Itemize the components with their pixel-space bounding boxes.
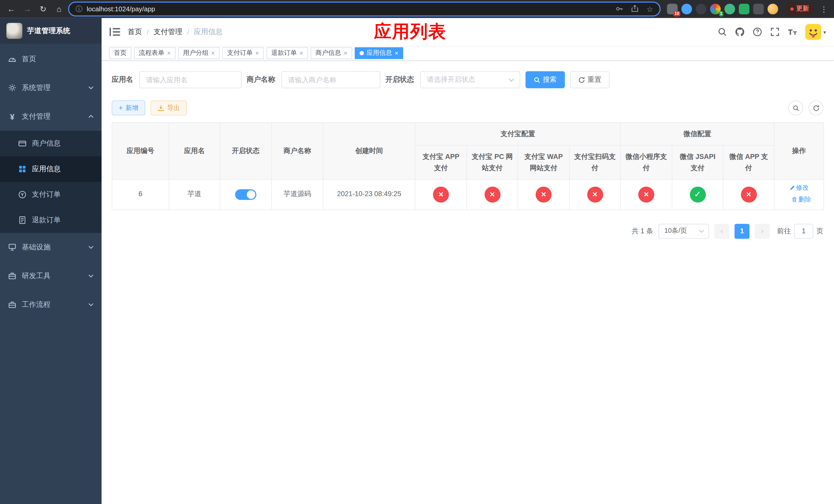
tab-merchant-info[interactable]: 商户信息× — [311, 47, 352, 59]
tab-refund-order[interactable]: 退款订单× — [266, 47, 308, 59]
extension-icon-6[interactable] — [739, 3, 749, 14]
chevron-down-icon — [88, 274, 94, 277]
browser-menu-icon[interactable]: ⋮ — [818, 5, 830, 13]
page-number-button[interactable]: 1 — [734, 224, 749, 239]
chevron-down-icon — [508, 78, 514, 82]
extension-icon-4[interactable]: 1 — [710, 3, 721, 14]
cell-app-name: 芋道 — [169, 180, 220, 210]
tab-app-info[interactable]: 应用信息× — [355, 47, 403, 59]
refresh-table-button[interactable] — [808, 100, 823, 115]
sidebar-item-system[interactable]: 系统管理 — [0, 73, 102, 102]
search-button[interactable]: 搜索 — [525, 71, 565, 88]
cell-status — [220, 180, 271, 210]
chevron-down-icon — [88, 303, 94, 306]
font-size-icon[interactable] — [788, 27, 797, 37]
goto-unit: 页 — [816, 226, 824, 236]
browser-update-button[interactable]: 更新 — [785, 2, 814, 15]
search-icon — [792, 105, 799, 112]
search-icon[interactable] — [718, 27, 727, 37]
add-button[interactable]: + 新增 — [112, 100, 146, 115]
tab-close-icon[interactable]: × — [211, 50, 215, 56]
edit-link[interactable]: 修改 — [789, 183, 809, 193]
tab-close-icon[interactable]: × — [256, 50, 259, 56]
app-logo — [6, 23, 22, 39]
tab-close-icon[interactable]: × — [300, 50, 303, 56]
breadcrumb-payment[interactable]: 支付管理 — [154, 27, 182, 37]
status-toggle[interactable] — [235, 189, 257, 200]
toggle-search-button[interactable] — [788, 100, 803, 115]
prev-page-button[interactable]: ‹ — [714, 224, 729, 239]
dashboard-icon — [8, 55, 16, 63]
delete-link[interactable]: 删除 — [791, 194, 811, 205]
user-menu[interactable]: ▾ — [805, 24, 826, 40]
sidebar-item-merchant-info[interactable]: 商户信息 — [0, 131, 102, 156]
alipay-pc-status-icon: × — [484, 187, 500, 203]
status-select[interactable]: 请选择开启状态 — [420, 71, 520, 88]
sidebar-menu: 首页 系统管理 ¥ 支付管理 商户信息 — [0, 44, 102, 319]
tab-pay-order[interactable]: 支付订单× — [222, 47, 264, 59]
page-size-select[interactable]: 10条/页 — [659, 224, 709, 239]
col-merchant-name: 商户名称 — [271, 122, 323, 180]
alipay-wap-status-icon: × — [536, 187, 552, 203]
sidebar-item-payment[interactable]: ¥ 支付管理 — [0, 102, 102, 131]
password-key-icon[interactable] — [616, 5, 624, 13]
sidebar-item-pay-order[interactable]: 支付订单 — [0, 182, 102, 207]
chevron-down-icon — [88, 246, 94, 249]
browser-profile-avatar[interactable] — [768, 3, 778, 14]
refund-order-icon — [18, 216, 27, 224]
share-icon[interactable] — [631, 5, 639, 13]
extension-icon-5[interactable] — [724, 3, 735, 14]
table-toolbar: + 新增 导出 — [112, 100, 824, 115]
extension-badge: 1 — [719, 11, 723, 17]
edit-pencil-icon — [789, 185, 795, 191]
sidebar-item-workflow[interactable]: 工作流程 — [0, 290, 102, 319]
extension-icon-3[interactable] — [696, 3, 706, 14]
bookmark-star-icon[interactable]: ☆ — [646, 5, 653, 13]
chevron-down-icon — [699, 230, 704, 233]
sidebar-item-dev-tools[interactable]: 研发工具 — [0, 261, 102, 290]
tab-close-icon[interactable]: × — [167, 50, 171, 56]
sidebar-item-app-info[interactable]: 应用信息 — [0, 156, 102, 182]
browser-home-icon[interactable]: ⌂ — [52, 2, 66, 16]
tab-process-form[interactable]: 流程表单× — [134, 47, 176, 59]
sidebar-item-infrastructure[interactable]: 基础设施 — [0, 233, 102, 261]
github-icon[interactable] — [735, 27, 745, 37]
payment-submenu: 商户信息 应用信息 支付订单 退款订单 — [0, 131, 102, 233]
col-alipay-scan: 支付宝扫码支付 — [569, 145, 620, 180]
grid-icon — [18, 165, 27, 173]
col-actions: 操作 — [774, 122, 824, 180]
next-page-button[interactable]: › — [755, 224, 770, 239]
tab-user-group[interactable]: 用户分组× — [178, 47, 220, 59]
breadcrumb-home[interactable]: 首页 — [128, 27, 142, 37]
browser-forward-icon[interactable]: → — [20, 2, 34, 16]
active-tab-dot — [359, 51, 364, 55]
tab-close-icon[interactable]: × — [395, 50, 398, 56]
caret-down-icon: ▾ — [823, 29, 826, 35]
extension-icon-2[interactable] — [681, 3, 692, 14]
tab-close-icon[interactable]: × — [344, 50, 348, 56]
site-info-icon[interactable]: ⓘ — [76, 4, 83, 14]
search-icon — [533, 76, 540, 83]
url-text: localhost:1024/pay/app — [87, 5, 155, 13]
app-name-input[interactable] — [139, 71, 241, 88]
browser-reload-icon[interactable]: ↻ — [36, 2, 50, 16]
sidebar-item-home[interactable]: 首页 — [0, 45, 102, 73]
sidebar-item-refund-order[interactable]: 退款订单 — [0, 207, 102, 233]
browser-back-icon[interactable]: ← — [4, 2, 18, 16]
merchant-name-input[interactable] — [281, 71, 380, 88]
alipay-scan-status-icon: × — [587, 187, 603, 203]
infrastructure-icon — [8, 243, 16, 251]
app-logo-row[interactable]: 芋道管理系统 — [0, 18, 102, 44]
browser-address-bar[interactable]: ⓘ localhost:1024/pay/app ☆ — [68, 1, 660, 16]
sidebar-fold-icon[interactable] — [110, 28, 120, 36]
extension-icon-7[interactable] — [753, 3, 764, 14]
extension-icon-1[interactable]: 10 — [667, 3, 678, 14]
tab-home[interactable]: 首页 — [109, 47, 131, 59]
goto-page-input[interactable] — [794, 224, 813, 239]
fullscreen-icon[interactable] — [770, 27, 780, 37]
help-icon[interactable] — [753, 27, 762, 37]
reset-button[interactable]: 重置 — [570, 71, 609, 88]
export-button[interactable]: 导出 — [151, 100, 187, 115]
status-label: 开启状态 — [386, 75, 414, 84]
trash-icon — [791, 197, 797, 203]
